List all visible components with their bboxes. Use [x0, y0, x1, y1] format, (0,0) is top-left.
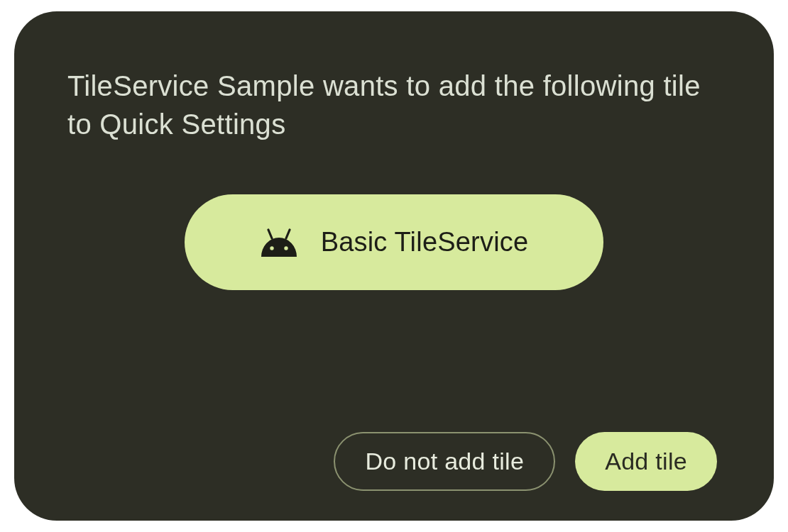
- svg-line-0: [268, 230, 272, 238]
- do-not-add-tile-button[interactable]: Do not add tile: [334, 432, 555, 491]
- dialog-title: TileService Sample wants to add the foll…: [67, 67, 721, 143]
- add-tile-button[interactable]: Add tile: [575, 432, 717, 491]
- tile-label: Basic TileService: [321, 227, 529, 257]
- dialog-button-row: Do not add tile Add tile: [334, 432, 717, 491]
- android-icon: [260, 228, 298, 257]
- svg-line-1: [286, 230, 290, 238]
- svg-point-3: [284, 246, 288, 250]
- tile-preview-chip: Basic TileService: [185, 194, 603, 290]
- add-tile-dialog: TileService Sample wants to add the foll…: [14, 11, 774, 521]
- svg-point-2: [270, 246, 273, 250]
